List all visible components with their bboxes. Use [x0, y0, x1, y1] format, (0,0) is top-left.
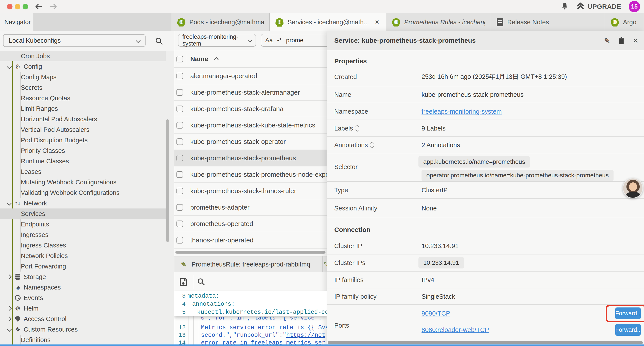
table-row[interactable]: kube-prometheus-stack-alertmanager [174, 84, 326, 101]
row-checkbox[interactable] [176, 73, 183, 79]
name-filter-input[interactable]: Aa ▪* prome [261, 34, 326, 47]
sort-updown-icon[interactable] [356, 125, 358, 131]
table-row[interactable]: kube-prometheus-stack-kube-state-metrics [174, 117, 326, 134]
row-checkbox[interactable] [176, 171, 183, 178]
editor-tab-next-sliver[interactable]: ✎ [323, 256, 326, 272]
row-checkbox[interactable] [176, 89, 183, 96]
table-row[interactable]: prometheus-adapter [174, 199, 326, 216]
row-checkbox[interactable] [176, 106, 183, 112]
sidebar-item-definitions[interactable]: Definitions [0, 335, 166, 345]
sidebar-panel-tab-navigator[interactable]: Navigator [0, 13, 33, 31]
sidebar-item-resource-quotas[interactable]: Resource Quotas [0, 93, 166, 103]
chevron-right-icon[interactable] [7, 306, 12, 311]
table-row[interactable]: kube-prometheus-stack-prometheus-node-ex… [174, 166, 326, 183]
namespace-link[interactable]: freeleaps-monitoring-system [422, 108, 502, 115]
save-button[interactable] [179, 277, 188, 287]
sidebar-item-cron-jobs[interactable]: Cron Jobs [0, 51, 166, 61]
sidebar-item-config-maps[interactable]: Config Maps [0, 72, 166, 82]
row-checkbox[interactable] [176, 237, 183, 244]
sidebar-item-custom-resources[interactable]: ❖Custom Resources [0, 324, 166, 335]
sidebar-item-secrets[interactable]: Secrets [0, 82, 166, 93]
sidebar-item-config[interactable]: ⚙Config [0, 61, 166, 72]
editor-search-button[interactable] [196, 277, 206, 287]
user-avatar[interactable] [622, 178, 643, 198]
row-checkbox[interactable] [176, 188, 183, 194]
chevron-down-icon[interactable] [7, 201, 12, 206]
back-arrow-icon[interactable] [35, 3, 43, 10]
sidebar-item-storage[interactable]: Storage [0, 272, 166, 282]
tab-2[interactable]: ☸Services - icecheng@math...✕ [270, 13, 386, 31]
forward-button[interactable]: Forward... [615, 324, 641, 336]
editor-tab-prometheusrule[interactable]: ✎ PrometheusRule: freeleaps-prod-rabbitm… [174, 256, 323, 272]
table-row[interactable]: kube-prometheus-stack-thanos-ruler [174, 183, 326, 199]
chevron-right-icon[interactable] [7, 274, 12, 280]
table-row[interactable]: kube-prometheus-stack-grafana [174, 101, 326, 117]
row-checkbox[interactable] [176, 155, 183, 161]
sidebar-item-events[interactable]: Events [0, 293, 166, 303]
property-row-cluster-ip: Cluster IP10.233.14.91 [327, 238, 644, 255]
match-case-toggle[interactable]: Aa [265, 37, 273, 44]
sidebar-item-services[interactable]: Services [0, 209, 166, 219]
sidebar-item-priority-classes[interactable]: Priority Classes [0, 145, 166, 156]
sidebar-search-icon[interactable] [155, 37, 164, 45]
delete-service-button[interactable] [618, 36, 625, 45]
sidebar-item-access-control[interactable]: Access Control [0, 314, 166, 324]
drawer-horizontal-scrollbar[interactable] [328, 341, 643, 344]
namespace-select[interactable]: freeleaps-monitoring-system [178, 34, 256, 47]
table-horizontal-scrollbar[interactable] [175, 251, 326, 254]
select-all-checkbox[interactable] [176, 56, 183, 62]
sidebar-item-limit-ranges[interactable]: Limit Ranges [0, 103, 166, 114]
regex-toggle[interactable]: ▪* [277, 37, 282, 44]
notifications-bell-icon[interactable] [561, 2, 568, 11]
row-checkbox[interactable] [176, 122, 183, 129]
runbook-url-link[interactable]: https://net [286, 332, 325, 339]
sidebar-scrollbar[interactable] [166, 119, 169, 242]
port-link[interactable]: 9090/TCP [422, 310, 450, 317]
chevron-down-icon[interactable] [7, 327, 12, 332]
close-drawer-button[interactable]: ✕ [632, 36, 638, 45]
sidebar-item-leases[interactable]: Leases [0, 166, 166, 177]
row-checkbox[interactable] [176, 221, 183, 227]
table-row[interactable]: alertmanager-operated [174, 68, 326, 84]
sidebar-item-validating-webhook-configurations[interactable]: Validating Webhook Configurations [0, 187, 166, 198]
tab-4[interactable]: Release Notes [491, 13, 605, 31]
sidebar-item-port-forwarding[interactable]: Port Forwarding [0, 261, 166, 272]
sidebar-item-ingress-classes[interactable]: Ingress Classes [0, 240, 166, 251]
sidebar-item-endpoints[interactable]: Endpoints [0, 219, 166, 230]
table-row[interactable]: thanos-ruler-operated [174, 232, 326, 249]
zoom-window-button[interactable] [22, 4, 28, 9]
property-value: None [422, 205, 437, 212]
tab-3[interactable]: ☸Prometheus Rules - icecheng... [386, 13, 491, 31]
sidebar-item-network[interactable]: ↑↓Network [0, 198, 166, 209]
table-row[interactable]: kube-prometheus-stack-prometheus [174, 150, 326, 166]
forward-arrow-icon[interactable] [49, 3, 58, 10]
sidebar-item-mutating-webhook-configurations[interactable]: Mutating Webhook Configurations [0, 177, 166, 187]
sidebar-item-vertical-pod-autoscalers[interactable]: Vertical Pod Autoscalers [0, 124, 166, 135]
yaml-editor[interactable]: 3metadata:4annotations:5kubectl.kubernet… [174, 291, 326, 346]
port-link[interactable]: 8080:reloader-web/TCP [422, 326, 489, 334]
kubeconfig-select[interactable]: Local Kubeconfigs [3, 34, 146, 47]
row-checkbox[interactable] [176, 138, 183, 145]
sidebar-item-namespaces[interactable]: ◈Namespaces [0, 282, 166, 293]
sort-updown-icon[interactable] [371, 142, 374, 148]
row-checkbox[interactable] [176, 204, 183, 211]
chevron-down-icon[interactable] [7, 64, 12, 69]
minimize-window-button[interactable] [15, 4, 20, 9]
name-column-header[interactable]: Name [190, 55, 219, 63]
notification-count-badge[interactable]: 15 [629, 1, 640, 12]
table-row[interactable]: prometheus-operated [174, 216, 326, 232]
sidebar-item-ingresses[interactable]: Ingresses [0, 230, 166, 240]
sidebar-item-runtime-classes[interactable]: Runtime Classes [0, 156, 166, 166]
chevron-right-icon[interactable] [7, 317, 12, 322]
tab-1[interactable]: ☸Pods - icecheng@mathmas... [172, 13, 270, 31]
table-row[interactable]: kube-prometheus-stack-operator [174, 134, 326, 150]
upgrade-button[interactable]: UPGRADE [576, 2, 621, 11]
sidebar-item-horizontal-pod-autoscalers[interactable]: Horizontal Pod Autoscalers [0, 114, 166, 124]
edit-service-button[interactable]: ✎ [604, 36, 610, 45]
sidebar-item-pod-disruption-budgets[interactable]: Pod Disruption Budgets [0, 135, 166, 145]
tab-close-icon[interactable]: ✕ [374, 19, 380, 26]
sidebar-item-network-policies[interactable]: Network Policies [0, 251, 166, 261]
close-window-button[interactable] [7, 4, 12, 9]
tab-5[interactable]: ☸Argo Se [605, 13, 644, 31]
sidebar-item-helm[interactable]: ☸Helm [0, 303, 166, 314]
